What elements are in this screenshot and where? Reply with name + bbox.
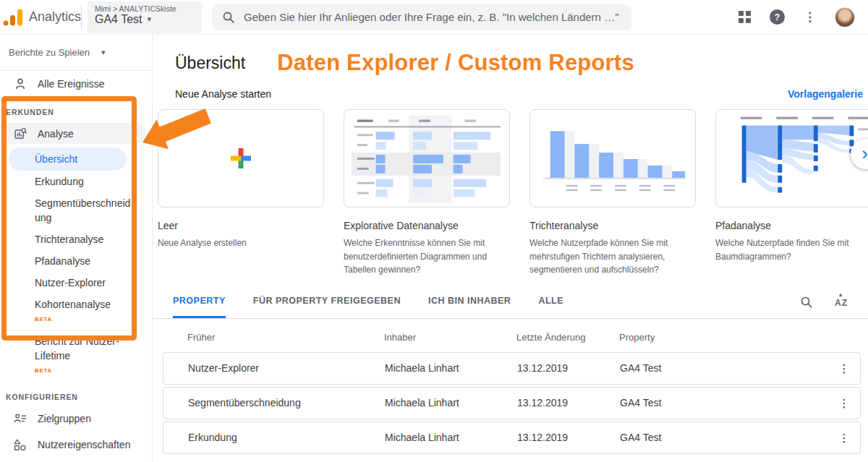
cell-modified: 13.12.2019 (517, 397, 620, 408)
row-menu-icon[interactable]: ⋮ (839, 432, 850, 443)
sidebar-item-debugview[interactable]: DebugView (0, 458, 152, 462)
card-title: Pfadanalyse (715, 220, 868, 231)
funnel-chart-graphic (530, 109, 695, 208)
cell-name: Segmentüberschneidung (188, 397, 385, 408)
sort-az-icon[interactable]: ▴ AZ (835, 296, 848, 308)
person-icon (14, 77, 27, 90)
template-cards: Leer Neue Analyse erstellen (153, 109, 868, 277)
col-header-modified: Letzte Änderung (516, 332, 619, 343)
list-filter-tabs: PROPERTY FÜR PROPERTY FREIGEGEBEN ICH BI… (153, 286, 868, 319)
card-funnel[interactable]: Trichteranalyse Welche Nutzerpfade könne… (529, 109, 696, 277)
card-description: Welche Nutzerpfade finden Sie mit Baumdi… (715, 236, 868, 263)
blank-card-thumbnail (158, 109, 324, 208)
card-path[interactable]: Pfadanalyse Welche Nutzerpfade finden Si… (715, 109, 868, 277)
sidebar-nav: Berichte zu Spielen ▾ Alle Ereignisse ER… (0, 35, 153, 462)
analytics-logo-icon (3, 7, 23, 27)
analytics-logo[interactable]: Analytics (0, 7, 81, 27)
sidebar-item-kohortenanalyse[interactable]: Kohortenanalyse BETA (35, 294, 136, 330)
sidebar-item-trichteranalyse[interactable]: Trichteranalyse (35, 228, 136, 250)
cell-name: Nutzer-Explorer (188, 362, 385, 374)
card-title: Leer (158, 220, 324, 231)
search-bar[interactable] (212, 4, 631, 30)
analyses-table: Früher Inhaber Letzte Änderung Property … (163, 319, 861, 454)
row-menu-icon[interactable]: ⋮ (839, 398, 850, 408)
report-collection-picker[interactable]: Berichte zu Spielen ▾ (0, 35, 152, 71)
table-row[interactable]: Segmentüberschneidung Michaela Linhart 1… (163, 387, 861, 419)
cell-property: GA4 Test (620, 432, 828, 443)
table-header: Früher Inhaber Letzte Änderung Property (163, 319, 861, 352)
sidebar-item-all-events[interactable]: Alle Ereignisse (0, 71, 152, 97)
top-app-bar: Analytics Mimi > ANALYTICSkiste GA4 Test… (0, 0, 868, 35)
cell-property: GA4 Test (620, 397, 828, 408)
page-title: Übersicht (175, 54, 245, 73)
card-blank[interactable]: Leer Neue Analyse erstellen (158, 109, 324, 277)
property-name: GA4 Test (95, 13, 142, 26)
app-name: Analytics (29, 9, 81, 25)
sidebar-item-erkundung[interactable]: Erkundung (35, 171, 136, 192)
template-gallery-link[interactable]: Vorlagengalerie (788, 88, 863, 100)
sankey-chart-graphic (716, 109, 868, 208)
cell-modified: 13.12.2019 (517, 362, 620, 374)
sidebar-item-analyse[interactable]: Analyse (0, 123, 146, 144)
section-label-konfigurieren: KONFIGURIEREN (0, 382, 152, 406)
cell-owner: Michaela Linhart (385, 432, 517, 443)
tab-shared-with-property[interactable]: FÜR PROPERTY FREIGEGEBEN (253, 286, 401, 318)
table-chart-graphic (344, 109, 509, 208)
sidebar-item-pfadanalyse[interactable]: Pfadanalyse (35, 250, 136, 272)
cell-name: Erkundung (188, 432, 385, 443)
card-description: Welche Nutzerpfade können Sie mit mehrst… (529, 236, 690, 277)
sidebar-item-segmentueberschneidung[interactable]: Segmentüberschneidung (35, 192, 136, 228)
card-description: Neue Analyse erstellen (158, 236, 318, 250)
chevron-down-icon: ▾ (148, 14, 152, 24)
cell-property: GA4 Test (620, 362, 828, 374)
header-divider (81, 5, 82, 30)
search-list-icon[interactable] (800, 296, 813, 309)
sidebar-item-nutzer-lifetime[interactable]: Bericht zur Nutzer-Lifetime BETA (35, 330, 136, 382)
search-input[interactable] (244, 11, 621, 23)
new-analysis-label: Neue Analyse starten (175, 88, 271, 100)
annotation-text: Daten Explorer / Custom Reports (277, 50, 634, 76)
main-content: Übersicht Daten Explorer / Custom Report… (153, 35, 868, 462)
analysis-chart-icon (14, 127, 27, 140)
col-header-name: Früher (187, 332, 384, 343)
more-options-icon[interactable]: ⋮ (804, 11, 816, 23)
breadcrumb: Mimi > ANALYTICSkiste (95, 4, 195, 13)
cell-owner: Michaela Linhart (385, 362, 517, 374)
all-events-label: Alle Ereignisse (38, 77, 105, 90)
analyse-label: Analyse (38, 128, 74, 140)
card-exploration[interactable]: Explorative Datenanalyse Welche Erkenntn… (344, 109, 510, 277)
sidebar-item-nutzereigenschaften[interactable]: Nutzereigenschaften (0, 432, 152, 458)
chevron-down-icon: ▾ (101, 48, 106, 57)
sidebar-item-nutzer-explorer[interactable]: Nutzer-Explorer (35, 272, 136, 294)
google-plus-icon (226, 144, 255, 173)
search-icon (222, 11, 235, 24)
help-icon[interactable]: ? (770, 9, 785, 25)
table-row[interactable]: Erkundung Michaela Linhart 13.12.2019 GA… (163, 422, 861, 454)
table-row[interactable]: Nutzer-Explorer Michaela Linhart 13.12.2… (163, 352, 861, 385)
cell-owner: Michaela Linhart (385, 397, 517, 408)
tab-all[interactable]: ALLE (538, 286, 563, 318)
section-label-erkunden: ERKUNDEN (0, 97, 152, 121)
beta-badge: BETA (35, 364, 136, 378)
path-thumbnail (715, 109, 868, 208)
ga-analytics-app: Analytics Mimi > ANALYTICSkiste GA4 Test… (0, 0, 868, 462)
tab-property[interactable]: PROPERTY (173, 286, 226, 318)
audiences-icon (14, 412, 27, 425)
col-header-owner: Inhaber (384, 332, 516, 343)
apps-grid-icon[interactable] (739, 11, 751, 23)
sidebar-item-zielgruppen[interactable]: Zielgruppen (0, 406, 152, 432)
funnel-thumbnail (529, 109, 696, 208)
card-title: Explorative Datenanalyse (344, 220, 510, 231)
report-picker-label: Berichte zu Spielen (9, 47, 90, 58)
shapes-icon (14, 438, 27, 451)
col-header-property: Property (619, 332, 829, 343)
property-selector[interactable]: Mimi > ANALYTICSkiste GA4 Test ▾ (88, 1, 202, 33)
user-avatar[interactable] (835, 7, 855, 27)
tab-i-am-owner[interactable]: ICH BIN INHABER (428, 286, 511, 318)
row-menu-icon[interactable]: ⋮ (839, 363, 850, 374)
analyse-subnav: Übersicht Erkundung Segmentüberschneidun… (0, 147, 152, 382)
sidebar-item-uebersicht[interactable]: Übersicht (9, 147, 127, 171)
card-title: Trichteranalyse (529, 220, 696, 231)
cell-modified: 13.12.2019 (517, 432, 620, 443)
card-description: Welche Erkenntnisse können Sie mit benut… (344, 236, 504, 277)
